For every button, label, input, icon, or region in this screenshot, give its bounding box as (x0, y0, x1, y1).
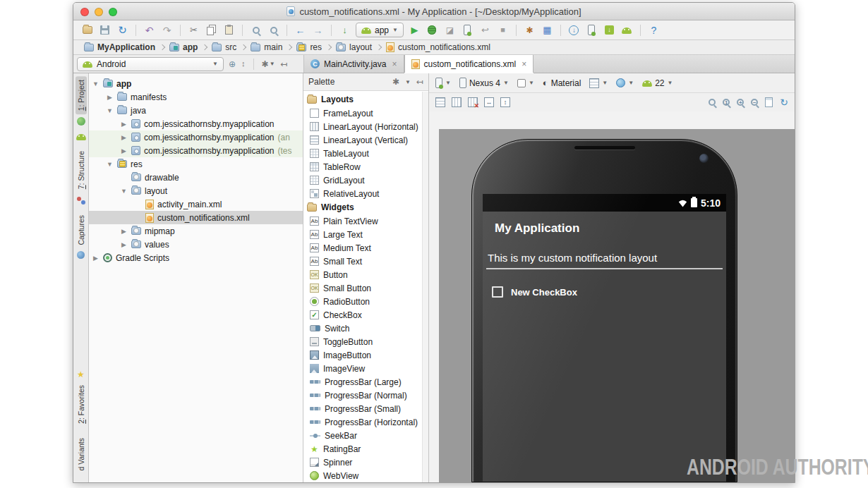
palette-item[interactable]: ImageButton (303, 348, 428, 362)
checkbox-widget[interactable]: New CheckBox (486, 286, 723, 298)
back-icon[interactable]: ← (294, 23, 307, 37)
zoom-out-icon[interactable]: − (751, 99, 758, 106)
tree-expand-icon[interactable]: ▼ (120, 188, 128, 195)
tree-item[interactable]: ▶com.jessicathornsby.myapplication (89, 117, 303, 130)
redo-icon[interactable]: ↷ (160, 23, 174, 37)
tool-window-button[interactable]: d Variants (76, 434, 87, 475)
tree-expand-icon[interactable]: ▼ (106, 107, 114, 114)
copy-icon[interactable] (205, 23, 218, 37)
tree-expand-icon[interactable]: ▼ (92, 80, 100, 87)
palette-item[interactable]: Switch (303, 322, 428, 335)
tree-item[interactable]: drawable (89, 171, 303, 184)
run-configuration-selector[interactable]: app▼ (356, 23, 404, 37)
maximize-window-icon[interactable] (109, 8, 117, 16)
sdk-manager-icon[interactable]: ↓ (603, 23, 616, 37)
palette-item[interactable]: SeekBar (303, 429, 428, 442)
preview-doc-icon[interactable] (765, 97, 773, 107)
collapse-icon[interactable]: ↕ (241, 60, 246, 68)
palette-item[interactable]: ProgressBar (Horizontal) (303, 415, 428, 429)
close-tab-icon[interactable]: × (522, 59, 526, 69)
layout-rows-icon[interactable] (435, 97, 445, 107)
tree-item[interactable]: ▼java (89, 104, 303, 117)
palette-item[interactable]: LinearLayout (Vertical) (303, 133, 428, 147)
tool-window-button[interactable] (76, 133, 86, 140)
tool-window-button[interactable]: ★2: Favorites (76, 370, 87, 427)
palette-item[interactable]: Large Text (303, 228, 428, 241)
tree-item[interactable]: ▼res (89, 157, 303, 171)
palette-item[interactable]: CheckBox (303, 308, 428, 322)
palette-item[interactable]: TableRow (303, 160, 428, 173)
breadcrumb-item[interactable]: main (247, 40, 286, 54)
undo-icon[interactable]: ↶ (143, 23, 156, 37)
palette-item[interactable]: TableLayout (303, 147, 428, 160)
palette-item[interactable]: FrameLayout (303, 106, 428, 120)
stop-icon[interactable]: ■ (496, 23, 510, 37)
zoom-fit-icon[interactable] (709, 99, 716, 106)
palette-item[interactable]: Button (303, 268, 428, 281)
palette-item[interactable]: ProgressBar (Normal) (303, 389, 428, 402)
design-canvas[interactable]: 5:10 My Application This is my custom no… (439, 129, 795, 482)
tool-window-button[interactable]: Captures (76, 212, 87, 260)
close-window-icon[interactable] (80, 8, 89, 16)
palette-item[interactable]: WebView (303, 469, 428, 482)
zoom-actual-icon[interactable]: 1 (723, 99, 730, 106)
tree-item[interactable]: ▶Gradle Scripts (89, 251, 303, 264)
gear-dropdown-icon[interactable]: ✱▼ (262, 59, 275, 69)
tree-item[interactable]: ▶values (89, 238, 303, 251)
orientation-dropdown[interactable]: ▼ (517, 79, 534, 87)
tree-item[interactable]: custom_notifications.xml (89, 211, 303, 224)
breadcrumb-item[interactable]: res (293, 40, 325, 54)
project-view-selector[interactable]: Android ▼ (77, 57, 224, 71)
palette-item[interactable]: RelativeLayout (303, 187, 428, 200)
find-icon[interactable] (249, 23, 263, 37)
editor-tab[interactable]: custom_notifications.xml× (404, 55, 534, 73)
breadcrumb-item[interactable]: app (166, 40, 201, 54)
tree-item[interactable]: ▼layout (89, 184, 303, 197)
pin-icon[interactable]: ↤ (281, 60, 288, 68)
tree-item[interactable]: ▶com.jessicathornsby.myapplication(tes (89, 144, 303, 157)
refresh-icon[interactable]: ↻ (780, 97, 788, 108)
palette-item[interactable]: Spinner (303, 456, 428, 469)
palette-item[interactable]: RadioButton (303, 295, 428, 308)
palette-item[interactable]: ImageView (303, 362, 428, 375)
restore-icon[interactable]: ↩ (478, 23, 492, 37)
checkbox-icon[interactable] (492, 286, 503, 298)
settings-icon[interactable]: ✱ (523, 23, 536, 37)
palette-scrollbar[interactable] (422, 92, 428, 482)
project-structure-icon[interactable]: ▦ (541, 23, 554, 37)
sync-icon[interactable]: ↻ (116, 23, 129, 37)
sdk-phone-icon[interactable] (585, 23, 598, 37)
minimize-window-icon[interactable] (95, 8, 103, 16)
tree-item[interactable]: activity_main.xml (89, 197, 303, 211)
save-icon[interactable] (98, 23, 111, 37)
breadcrumb-item[interactable]: src (208, 40, 240, 54)
device-selector[interactable]: Nexus 4▼ (459, 78, 509, 88)
palette-item[interactable]: ProgressBar (Small) (303, 402, 428, 415)
tool-window-button[interactable]: 7: Structure (76, 147, 87, 204)
breadcrumb-item[interactable]: custom_notifications.xml (382, 40, 494, 54)
app-title[interactable]: My Application (495, 221, 579, 236)
paste-icon[interactable] (222, 23, 236, 37)
device-config-dropdown[interactable]: ▼ (435, 78, 451, 88)
line-numbers-icon[interactable]: ↓ (338, 23, 351, 37)
editor-tab[interactable]: MainActivity.java× (304, 55, 404, 73)
tree-item[interactable]: ▶manifests (89, 90, 303, 104)
palette-item[interactable]: Plain TextView (303, 214, 428, 228)
tree-item[interactable]: ▶mipmap (89, 224, 303, 238)
pin-icon[interactable]: ↤ (416, 78, 423, 86)
palette-category[interactable]: Widgets (303, 200, 428, 214)
palette-item[interactable]: Small Text (303, 255, 428, 268)
tree-expand-icon[interactable]: ▶ (106, 94, 114, 101)
tree-expand-icon[interactable]: ▼ (106, 161, 114, 168)
tree-expand-icon[interactable]: ▶ (92, 255, 100, 262)
breadcrumb-item[interactable]: MyApplication (80, 40, 159, 54)
tool-window-button[interactable]: 1: Project (76, 76, 87, 126)
palette-item[interactable]: GridLayout (303, 173, 428, 187)
palette-item[interactable]: ProgressBar (Large) (303, 375, 428, 389)
palette-item[interactable]: RatingBar (303, 442, 428, 456)
open-icon[interactable] (80, 23, 94, 37)
palette-item[interactable]: ToggleButton (303, 335, 428, 348)
tree-expand-icon[interactable]: ▶ (120, 121, 128, 128)
tree-expand-icon[interactable]: ▶ (120, 134, 128, 141)
breadcrumb-item[interactable]: layout (332, 40, 375, 54)
